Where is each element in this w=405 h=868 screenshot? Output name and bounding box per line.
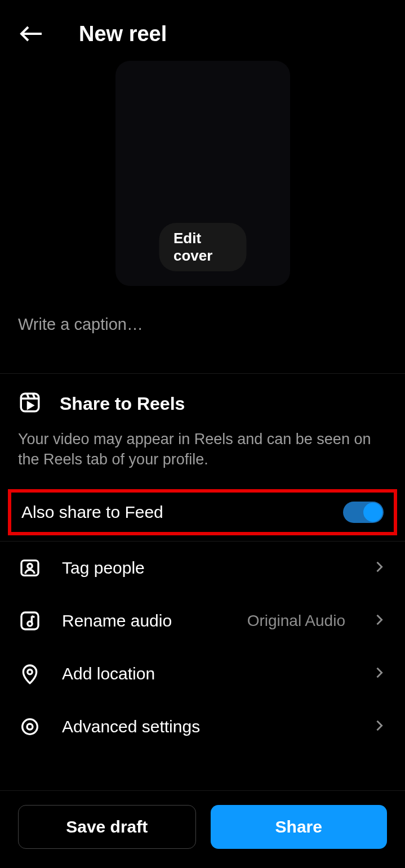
cover-preview[interactable]: Edit cover (115, 61, 290, 286)
svg-rect-1 (21, 393, 39, 411)
add-location-row[interactable]: Add location (0, 647, 405, 700)
arrow-left-icon (18, 20, 45, 47)
edit-cover-button[interactable]: Edit cover (159, 223, 246, 271)
location-icon (18, 662, 42, 686)
caption-input[interactable] (18, 315, 387, 334)
chevron-right-icon (371, 665, 387, 683)
svg-point-11 (23, 719, 38, 735)
section-head: Share to Reels (18, 391, 387, 417)
tag-people-label: Tag people (62, 558, 351, 578)
share-button[interactable]: Share (211, 805, 388, 849)
page-title: New reel (79, 22, 167, 46)
advanced-settings-label: Advanced settings (62, 717, 351, 736)
caption-area (0, 292, 405, 373)
chevron-right-icon (371, 612, 387, 630)
gear-icon (18, 715, 42, 739)
chevron-right-icon (371, 718, 387, 736)
audio-icon (18, 609, 42, 633)
rename-audio-value: Original Audio (247, 612, 345, 630)
svg-point-12 (27, 724, 33, 730)
footer: Save draft Share (0, 790, 405, 868)
also-share-to-feed-toggle[interactable] (343, 502, 384, 523)
toggle-knob (363, 503, 382, 522)
section-title: Share to Reels (60, 393, 185, 414)
svg-point-7 (28, 563, 32, 568)
tag-people-icon (18, 556, 42, 580)
divider (0, 790, 405, 791)
reels-icon (18, 391, 42, 417)
tag-people-row[interactable]: Tag people (0, 542, 405, 594)
section-description: Your video may appear in Reels and can b… (18, 429, 387, 470)
svg-point-9 (28, 621, 32, 626)
also-share-to-feed-label: Also share to Feed (21, 503, 163, 522)
chevron-right-icon (371, 559, 387, 577)
cover-preview-area: Edit cover (0, 61, 405, 292)
header: New reel (0, 0, 405, 61)
back-button[interactable] (18, 20, 45, 47)
rename-audio-label: Rename audio (62, 611, 227, 630)
svg-marker-5 (28, 402, 33, 409)
save-draft-button[interactable]: Save draft (18, 805, 196, 849)
add-location-label: Add location (62, 664, 351, 683)
svg-point-10 (28, 669, 32, 674)
advanced-settings-row[interactable]: Advanced settings (0, 700, 405, 753)
share-to-reels-section: Share to Reels Your video may appear in … (0, 374, 405, 484)
also-share-to-feed-row[interactable]: Also share to Feed (8, 489, 397, 535)
rename-audio-row[interactable]: Rename audio Original Audio (0, 594, 405, 647)
